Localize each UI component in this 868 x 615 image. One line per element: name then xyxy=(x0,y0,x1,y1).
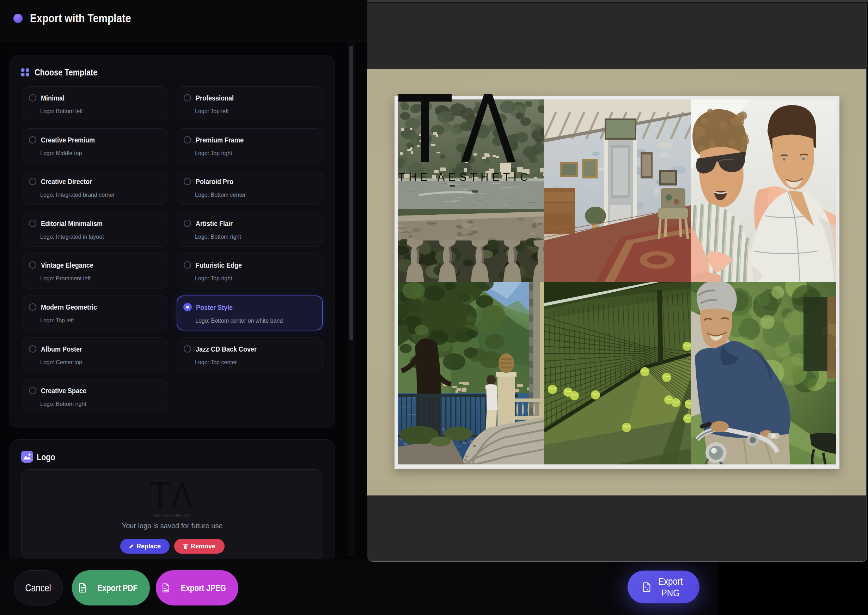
svg-text:THE AESTHETIC: THE AESTHETIC xyxy=(151,513,191,518)
svg-text:THE AESTHETIC: THE AESTHETIC xyxy=(398,171,531,183)
